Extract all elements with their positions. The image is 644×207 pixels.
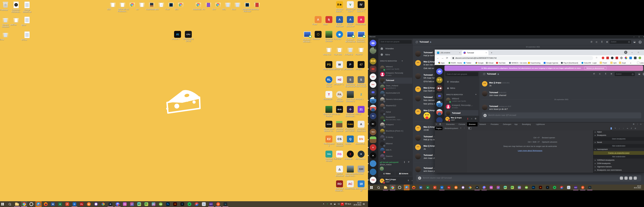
- right-taskbar-sourcetree[interactable]: [468, 186, 472, 190]
- sources-more-tabs[interactable]: »: [460, 127, 463, 130]
- dm-item[interactable]: BlueStruis [Floris V.]: [379, 128, 412, 134]
- dm-item[interactable]: Milanvd: [379, 141, 412, 147]
- desktop-icon[interactable]: 18Bus Simulator 18: [355, 180, 367, 187]
- desktop-icon[interactable]: RDRed Dead Redempti...: [334, 180, 345, 187]
- desktop-icon[interactable]: Prullenbak: [0, 2, 11, 8]
- bookmark-item[interactable]: npm: [610, 62, 616, 64]
- desktop-icon[interactable]: Garage Stevens.txt: [21, 2, 33, 8]
- dm-item[interactable]: Daan_Hollanddaanholland.nl: [379, 84, 412, 90]
- bookmark-item[interactable]: SolusVM · Login: [582, 62, 597, 64]
- reload-button[interactable]: ⟳: [445, 56, 449, 60]
- server-icon[interactable]: [370, 66, 376, 72]
- desktop-icon[interactable]: askFelix: [10, 16, 22, 24]
- tray-firefox-tray[interactable]: ◍: [330, 203, 333, 206]
- bookmark-item[interactable]: Google Agenda: [544, 62, 558, 64]
- tray-network[interactable]: ⌧: [344, 203, 348, 206]
- right-taskbar-word[interactable]: W: [419, 186, 423, 190]
- desktop-icon[interactable]: SSatisfactory Experimental: [344, 76, 356, 83]
- devtools-menu-icon[interactable]: ⋮: [636, 123, 639, 126]
- right-taskbar-perfmon[interactable]: ∿: [567, 186, 571, 190]
- server-icon[interactable]: [370, 89, 376, 96]
- right-taskbar-nzxt-cam[interactable]: NZXT: [574, 186, 578, 190]
- gift-icon[interactable]: [620, 176, 623, 180]
- taskbar-photoshop[interactable]: Ps: [166, 202, 170, 206]
- sources-tab-pagina[interactable]: Pagina: [435, 127, 442, 130]
- dm-item[interactable]: MikkerdLuistert naar Spotify: [379, 65, 412, 71]
- server-icon[interactable]: [370, 136, 376, 143]
- dm-item[interactable]: Tuinzaad: [379, 78, 412, 84]
- ext-arrow-extension-icon[interactable]: [629, 57, 632, 59]
- bookmark-item[interactable]: RAVR - Home: [448, 62, 462, 64]
- tab-close[interactable]: ×: [485, 52, 487, 54]
- server-icon[interactable]: R: [370, 144, 376, 151]
- taskbar-chrome[interactable]: [22, 202, 26, 206]
- message-input[interactable]: +Bericht sturen naar @Tuinzaad: [416, 175, 641, 182]
- desktop-icon[interactable]: gta.txt: [21, 16, 33, 24]
- inner-dm-item[interactable]: MikkerdLuistert naar Spotify: [445, 97, 478, 103]
- taskbar-pycharm[interactable]: PC: [144, 202, 149, 206]
- taskbar-powerpoint[interactable]: P: [65, 202, 70, 206]
- tab-close[interactable]: ×: [458, 52, 461, 54]
- adduser-icon[interactable]: ⊕: [606, 40, 609, 44]
- devtools-settings-icon[interactable]: ⚙: [633, 123, 636, 126]
- devtools-tab-lighthouse[interactable]: Lighthouse: [534, 122, 547, 126]
- screen-button[interactable]: ⬒ Scherm: [396, 172, 412, 176]
- inner-server-icon[interactable]: [436, 93, 442, 99]
- server-icon[interactable]: ▭: [370, 97, 376, 104]
- call-icon[interactable]: ✆: [590, 40, 593, 44]
- inner-server-icon[interactable]: [436, 85, 442, 92]
- right-taskbar-firefox[interactable]: [412, 186, 416, 190]
- taskbar-homeseer[interactable]: HS: [158, 202, 163, 206]
- dm-item[interactable]: Kevinmulder123: [379, 90, 412, 96]
- right-taskbar-phpstorm[interactable]: PS: [489, 186, 493, 190]
- bookmark-item[interactable]: WHMCS - Uw overz...: [509, 62, 528, 64]
- ext-wheel-extension-icon[interactable]: [625, 57, 627, 59]
- right-taskbar-origin[interactable]: O: [581, 186, 585, 190]
- ext-panda-extension-icon[interactable]: [611, 57, 614, 59]
- dm-add-button[interactable]: +: [401, 60, 403, 62]
- server-icon[interactable]: ▭: [370, 47, 376, 54]
- right-taskbar-homeseer[interactable]: HS: [524, 186, 528, 190]
- tray-volume[interactable]: ◁): [337, 203, 340, 206]
- bookmark-item[interactable]: Pay.nl [Dashboard]: [561, 62, 578, 64]
- desktop-icon[interactable]: ΛFiveM: [312, 16, 324, 23]
- address-bar[interactable]: discord.com/channels/@me/885563870733817…: [450, 56, 593, 60]
- desktop-icon[interactable]: X-Plane 11: [344, 46, 356, 53]
- desktop-icon[interactable]: VodafoneZ...: [192, 1, 204, 8]
- chat-search-box[interactable]: Zoeken: [610, 40, 631, 44]
- desktop-icon[interactable]: SSatisfactory Early Access: [355, 76, 367, 83]
- dm-item[interactable]: Stevens Advocaten: [379, 96, 412, 103]
- sources-menu[interactable]: ⋮: [464, 127, 466, 130]
- right-taskbar-opera[interactable]: [398, 186, 402, 190]
- right-taskbar-datagrip[interactable]: DG: [517, 186, 522, 190]
- resume-icon[interactable]: ▐▌: [610, 127, 613, 130]
- desktop-icon[interactable]: FSUIPC7: [355, 46, 367, 53]
- taskbar-explorer[interactable]: [15, 202, 19, 206]
- taskbar-outlook[interactable]: O: [72, 202, 77, 206]
- desktop-icon[interactable]: Ultimate Epic Battle Simu...: [344, 166, 356, 172]
- server-icon[interactable]: [370, 105, 376, 112]
- desktop-icon[interactable]: BEN: [175, 1, 186, 8]
- taskbar-voicemeeter[interactable]: ∿: [223, 202, 228, 206]
- server-icon[interactable]: [370, 160, 376, 167]
- taskbar-github[interactable]: [94, 202, 98, 206]
- right-taskbar-illustrator[interactable]: Ai: [538, 186, 542, 190]
- inner-server-icon[interactable]: ▭: [436, 101, 442, 107]
- inner-chat-search[interactable]: Zoeken: [615, 72, 635, 76]
- sources-tab-bestandssysteem[interactable]: Bestandssysteem: [443, 127, 460, 130]
- right-taskbar-voicemeeter[interactable]: ∿: [588, 186, 592, 190]
- desktop-icon[interactable]: Real Pool 3D - Poolians: [323, 106, 335, 113]
- devtools-tab-geheugen[interactable]: Geheugen: [502, 122, 513, 126]
- devtools-tab-bronnen[interactable]: Bronnen: [467, 122, 478, 126]
- inner-pin-icon[interactable]: ⊼: [604, 72, 607, 76]
- desktop-icon[interactable]: Minecraft Launcher: [334, 121, 345, 128]
- chrome-minimize[interactable]: –: [631, 51, 633, 54]
- server-icon[interactable]: TCV: [370, 129, 376, 135]
- desktop-icon[interactable]: VPS.txt: [21, 31, 33, 38]
- bookmark-item[interactable]: Google: [476, 62, 484, 64]
- desktop-icon[interactable]: PUBGPLAYERUN... BATTLEGR...: [344, 121, 356, 128]
- tray-green-circle[interactable]: ●: [326, 203, 329, 206]
- hangup-icon[interactable]: ✆: [408, 161, 410, 164]
- inner-inbox-icon[interactable]: ⬓: [638, 72, 641, 76]
- bookmark-item[interactable]: YouTube: [496, 62, 506, 64]
